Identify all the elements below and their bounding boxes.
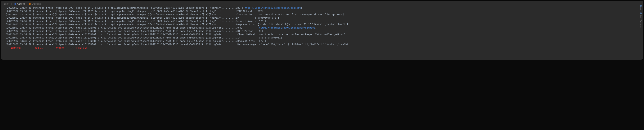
log-token: [20220902 13:37:36] xyxy=(6,20,33,23)
log-token: [c.x.c.f.c.api.aop.BaseLogPointAspect] xyxy=(95,20,150,23)
tab-endpoints-label: Endpoints xyxy=(32,2,41,5)
log-token: [e15f5860-2a5e-4511-a2b3-6bc6ba4e8ccf] xyxy=(150,10,204,13)
right-tool-rail: ase Bean Validation xyxy=(639,5,642,28)
log-value: 0:0:0:0:0:0:0:1] xyxy=(259,36,282,40)
annotation-request-time: 请求时间 xyxy=(10,46,21,50)
log-token: [d2232d15-76df-4313-babe-8b3e89476d5d] xyxy=(151,30,206,33)
log-token: [c.x.c.f.c.api.aop.BaseLogPointAspect] xyxy=(95,10,150,13)
log-token: [http-nio-8094-exec-7] xyxy=(54,13,86,16)
tab-console-label: Console xyxy=(17,2,26,5)
log-value: com.trendsi.trace.controller.zookeeper.Z… xyxy=(259,33,346,36)
log-line[interactable]: [20220902 13:37:59][trendsi-trace][http-… xyxy=(6,33,638,36)
log-token: [logPoint..........URL xyxy=(210,26,242,30)
log-output[interactable]: [20220902 13:37:36][trendsi-trace][http-… xyxy=(1,6,643,46)
log-token: [INFO] xyxy=(86,23,95,26)
log-token: [c.x.c.f.c.api.aop.BaseLogPointAspect] xyxy=(96,26,151,30)
log-token: [1] xyxy=(204,13,208,16)
log-token: [20220902 13:37:36] xyxy=(6,6,33,10)
log-token: [c.x.c.f.c.api.aop.BaseLogPointAspect] xyxy=(95,16,150,20)
log-token: [trendsi-trace] xyxy=(33,10,54,13)
log-token: [e15f5860-2a5e-4511-a2b3-6bc6ba4e8ccf] xyxy=(150,6,204,10)
log-token: [1] xyxy=(204,10,208,13)
log-token: [INFO] xyxy=(88,33,96,36)
console-panel: gger Console Endpoints ase Bean Validati… xyxy=(1,1,643,60)
log-token: [1] xyxy=(206,26,210,30)
console-icon xyxy=(14,3,16,5)
log-token: [1] xyxy=(206,33,210,36)
log-token: [d2232d15-76df-4313-babe-8b3e89476d5d] xyxy=(151,43,206,46)
log-token: [INFO] xyxy=(88,36,96,40)
log-token: [c.x.c.f.c.api.aop.BaseLogPointAspect] xyxy=(96,40,151,43)
log-line[interactable]: [20220902 13:37:59][trendsi-trace][http-… xyxy=(6,30,638,33)
log-token: [http-nio-8094-exec-10] xyxy=(54,30,88,33)
log-token: [trendsi-trace] xyxy=(33,33,54,36)
log-token: [d2232d15-76df-4313-babe-8b3e89476d5d] xyxy=(151,36,206,40)
log-value: GET] xyxy=(258,10,263,13)
log-url-link[interactable]: http://localhost:8094/zookeeper/getRoot xyxy=(259,26,315,30)
log-token: [1] xyxy=(204,20,208,23)
log-sep: : xyxy=(242,26,259,30)
log-token: [logPoint..........IP xyxy=(209,16,239,20)
log-line[interactable]: [20220902 13:37:36][trendsi-trace][http-… xyxy=(6,23,638,26)
log-token: [logPoint..........HTTP Method xyxy=(209,10,252,13)
log-token: [INFO] xyxy=(86,20,95,23)
log-token: [e15f5860-2a5e-4511-a2b3-6bc6ba4e8ccf] xyxy=(150,20,204,23)
log-line[interactable]: [20220902 13:37:59][trendsi-trace][http-… xyxy=(6,43,638,46)
log-token: [c.x.c.f.c.api.aop.BaseLogPointAspect] xyxy=(95,6,150,10)
log-line[interactable]: [20220902 13:37:36][trendsi-trace][http-… xyxy=(6,20,638,23)
log-token: [20220902 13:37:59] xyxy=(6,43,33,46)
text-caret xyxy=(4,46,4,50)
log-token: [http-nio-8094-exec-10] xyxy=(54,43,88,46)
log-token: [c.x.c.f.c.api.aop.BaseLogPointAspect] xyxy=(95,23,150,26)
log-token: [e15f5860-2a5e-4511-a2b3-6bc6ba4e8ccf] xyxy=(150,16,204,20)
log-token: [http-nio-8094-exec-10] xyxy=(54,26,88,30)
log-value: {"code":200,"data":[{"children":[],"full… xyxy=(259,43,348,46)
log-token: [1] xyxy=(206,36,210,40)
log-token: [logPoint..........URL xyxy=(209,6,240,10)
text-caret xyxy=(97,46,97,50)
log-token: [1] xyxy=(206,30,210,33)
log-line[interactable]: [20220902 13:37:36][trendsi-trace][http-… xyxy=(6,6,638,10)
log-token: [logPoint..........Request Args xyxy=(210,40,255,43)
log-line[interactable]: [20220902 13:37:59][trendsi-trace][http-… xyxy=(6,40,638,43)
log-token: [INFO] xyxy=(86,6,95,10)
log-token: [http-nio-8094-exec-10] xyxy=(54,33,88,36)
log-token: [20220902 13:37:59] xyxy=(6,30,33,33)
log-token: [c.x.c.f.c.api.aop.BaseLogPointAspect] xyxy=(95,13,150,16)
rail-item-bean-validation[interactable]: Bean Validation xyxy=(639,12,642,28)
log-token: [1] xyxy=(206,40,210,43)
annotation-service-name: 服务名 xyxy=(34,46,43,50)
log-token: [20220902 13:37:59] xyxy=(6,26,33,30)
endpoints-icon xyxy=(29,3,30,5)
log-sep: : xyxy=(239,16,258,20)
log-token: [c.x.c.f.c.api.aop.BaseLogPointAspect] xyxy=(96,43,151,46)
log-token: [20220902 13:37:59] xyxy=(6,36,33,40)
log-line[interactable]: [20220902 13:37:59][trendsi-trace][http-… xyxy=(6,36,638,40)
log-token: [c.x.c.f.c.api.aop.BaseLogPointAspect] xyxy=(96,30,151,33)
log-line[interactable]: [20220902 13:37:36][trendsi-trace][http-… xyxy=(6,13,638,16)
log-value: com.trendsi.trace.controller.zookeeper.Z… xyxy=(258,13,344,16)
log-token: [c.x.c.f.c.api.aop.BaseLogPointAspect] xyxy=(96,33,151,36)
log-token: [logPoint..........Response Args xyxy=(210,43,256,46)
log-token: [trendsi-trace] xyxy=(33,16,54,20)
log-token: [trendsi-trace] xyxy=(33,23,54,26)
log-token: [trendsi-trace] xyxy=(33,36,54,40)
log-url-link[interactable]: http://localhost:8094/zookeeper/getRoot xyxy=(244,6,301,10)
log-value: ["/"]] xyxy=(259,40,268,43)
tab-debugger[interactable]: gger xyxy=(3,2,10,6)
log-token: [trendsi-trace] xyxy=(33,6,54,10)
log-token: [http-nio-8094-exec-7] xyxy=(54,6,86,10)
tab-console[interactable]: Console xyxy=(14,2,26,6)
log-token: [http-nio-8094-exec-10] xyxy=(54,40,88,43)
log-token: [c.x.c.f.c.api.aop.BaseLogPointAspect] xyxy=(96,36,151,40)
annotation-row: 请求时间 服务名 线程号 日志 level xyxy=(1,46,643,50)
log-line[interactable]: [20220902 13:37:36][trendsi-trace][http-… xyxy=(6,16,638,20)
tab-endpoints[interactable]: Endpoints xyxy=(28,2,42,6)
rail-item-database[interactable]: ase xyxy=(639,5,642,10)
log-line[interactable]: [20220902 13:37:59][trendsi-trace][http-… xyxy=(6,26,638,30)
log-token: [http-nio-8094-exec-7] xyxy=(54,16,86,20)
log-token: [e15f5860-2a5e-4511-a2b3-6bc6ba4e8ccf] xyxy=(150,13,204,16)
log-token: [1] xyxy=(204,16,208,20)
log-token: [INFO] xyxy=(88,30,96,33)
log-line[interactable]: [20220902 13:37:36][trendsi-trace][http-… xyxy=(6,10,638,13)
